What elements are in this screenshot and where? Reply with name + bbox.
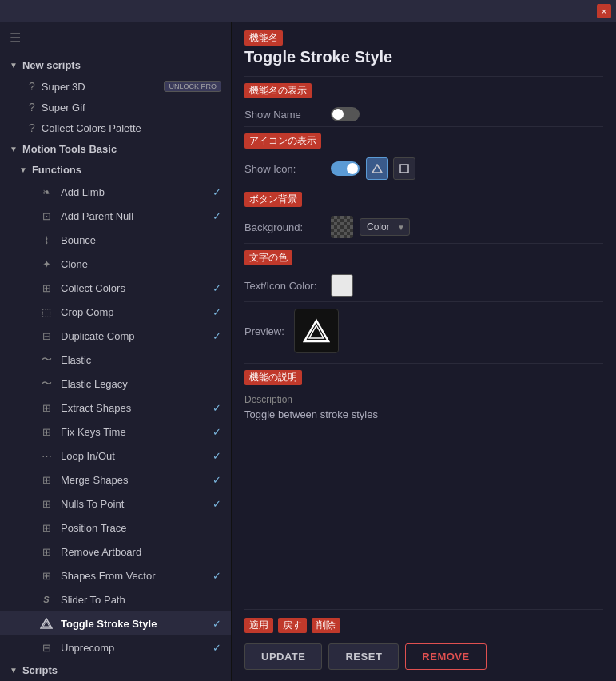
item-add-limb[interactable]: ❧ Add Limb ✓ (0, 180, 231, 204)
item-super-gif[interactable]: ? Super Gif (0, 97, 231, 117)
item-fix-keys-time[interactable]: ⊞ Fix Keys Time ✓ (0, 420, 231, 444)
item-label-shapes-from-vector: Shapes From Vector (61, 570, 209, 582)
footer-buttons: 適用 戻す 削除 UPDATE RESET REMOVE (232, 610, 616, 681)
color-dropdown-wrapper: Color ▼ (360, 218, 410, 236)
title-bar: × (0, 0, 616, 22)
item-label-elastic: Elastic (61, 354, 221, 366)
item-label-merge-shapes: Merge Shapes (61, 474, 209, 486)
item-label-super-3d: Super 3D (42, 81, 160, 93)
item-label-duplicate-comp: Duplicate Comp (61, 330, 209, 342)
description-text: Toggle between stroke styles (244, 408, 603, 420)
right-panel: 機能名 Toggle Stroke Style 機能名の表示 Show Name… (232, 22, 616, 681)
item-crop-comp[interactable]: ⬚ Crop Comp ✓ (0, 300, 231, 324)
close-button[interactable]: × (597, 4, 611, 18)
item-merge-shapes[interactable]: ⊞ Merge Shapes ✓ (0, 468, 231, 492)
icon-option-triangle[interactable] (366, 157, 388, 180)
check-collect-colors: ✓ (213, 282, 221, 294)
item-add-parent-null[interactable]: ⊡ Add Parent Null ✓ (0, 204, 231, 228)
item-label-bounce: Bounce (61, 234, 221, 246)
add-parent-null-icon: ⊡ (38, 208, 54, 224)
question-icon-super-3d: ? (29, 80, 35, 93)
question-icon-ccp1: ? (29, 121, 35, 134)
duplicate-comp-icon: ⊟ (38, 328, 54, 344)
section-new-scripts-text: New scripts (22, 59, 81, 71)
chevron-motion-tools: ▼ (10, 145, 18, 153)
item-label-unprecomp: Unprecomp (61, 642, 209, 654)
check-duplicate-comp: ✓ (213, 330, 221, 342)
show-name-label: Show Name (244, 109, 324, 121)
tag-update: 適用 (244, 618, 273, 633)
item-elastic[interactable]: 〜 Elastic (0, 348, 231, 372)
svg-marker-2 (372, 165, 382, 173)
item-loop-in-out[interactable]: ⋯ Loop In/Out ✓ (0, 444, 231, 468)
text-color-row: Text/Icon Color: (232, 269, 616, 301)
unprecomp-icon: ⊟ (38, 639, 54, 655)
nulls-to-point-icon: ⊞ (38, 496, 54, 512)
item-collect-colors[interactable]: ⊞ Collect Colors ✓ (0, 276, 231, 300)
item-shapes-from-vector[interactable]: ⊞ Shapes From Vector ✓ (0, 564, 231, 587)
loop-in-out-icon: ⋯ (38, 448, 54, 464)
merge-shapes-icon: ⊞ (38, 472, 54, 488)
icon-options-group (366, 157, 415, 180)
item-remove-artboard[interactable]: ⊞ Remove Artboard (0, 540, 231, 564)
item-slider-to-path[interactable]: S Slider To Path (0, 587, 231, 611)
feature-name-section: 機能名 Toggle Stroke Style (232, 22, 616, 76)
item-label-fix-keys-time: Fix Keys Time (61, 426, 209, 438)
slider-to-path-icon: S (38, 591, 54, 607)
section-motion-tools-label[interactable]: ▼ Motion Tools Basic (0, 138, 231, 160)
svg-marker-5 (309, 325, 324, 338)
show-name-row: Show Name (232, 102, 616, 126)
item-label-clone: Clone (61, 258, 221, 270)
item-label-super-gif: Super Gif (42, 102, 221, 114)
bg-checker-icon (331, 216, 353, 238)
reset-button[interactable]: RESET (328, 643, 399, 670)
update-button[interactable]: UPDATE (244, 643, 322, 670)
item-label-position-trace: Position Trace (61, 522, 221, 534)
tag-remove: 削除 (312, 618, 340, 633)
item-collect-colors-palette-1[interactable]: ? Collect Colors Palette (0, 117, 231, 138)
item-position-trace[interactable]: ⊞ Position Trace (0, 516, 231, 540)
item-clone[interactable]: ✦ Clone (0, 252, 231, 276)
item-extract-shapes[interactable]: ⊞ Extract Shapes ✓ (0, 396, 231, 420)
extract-shapes-icon: ⊞ (38, 400, 54, 416)
subsection-functions-label[interactable]: ▼ Functions (0, 160, 231, 180)
section-scripts-label[interactable]: ▼ Scripts (0, 659, 231, 681)
check-add-limb: ✓ (213, 186, 221, 198)
item-bounce[interactable]: ⌇ Bounce (0, 228, 231, 252)
text-icon-color-swatch[interactable] (331, 274, 353, 297)
show-icon-toggle[interactable] (331, 161, 360, 176)
item-label-toggle-stroke-style: Toggle Stroke Style (61, 618, 209, 630)
item-label-add-parent-null: Add Parent Null (61, 210, 209, 222)
item-toggle-stroke-style[interactable]: Toggle Stroke Style ✓ (0, 611, 231, 635)
remove-button[interactable]: REMOVE (405, 643, 486, 670)
footer-tags: 適用 戻す 削除 (244, 618, 603, 635)
icon-option-square[interactable] (393, 157, 415, 180)
item-label-slider-to-path: Slider To Path (61, 594, 221, 606)
tag-text-color: 文字の色 (244, 250, 292, 265)
section-new-scripts: ▼ New scripts ? Super 3D UNLOCK PRO ? Su… (0, 54, 231, 138)
item-nulls-to-point[interactable]: ⊞ Nulls To Point ✓ (0, 492, 231, 516)
show-name-toggle[interactable] (331, 107, 360, 121)
item-duplicate-comp[interactable]: ⊟ Duplicate Comp ✓ (0, 324, 231, 348)
color-dropdown[interactable]: Color (360, 218, 410, 236)
add-limb-icon: ❧ (38, 184, 54, 200)
tag-description: 機能の説明 (244, 370, 302, 385)
check-nulls-to-point: ✓ (213, 498, 221, 510)
tag-reset: 戻す (278, 618, 307, 633)
check-loop-in-out: ✓ (213, 450, 221, 462)
section-new-scripts-label[interactable]: ▼ New scripts (0, 54, 231, 76)
text-icon-color-label: Text/Icon Color: (244, 280, 324, 292)
section-motion-tools-text: Motion Tools Basic (22, 143, 117, 155)
background-row: Background: Color ▼ (232, 211, 616, 243)
item-elastic-legacy[interactable]: 〜 Elastic Legacy (0, 372, 231, 396)
item-unprecomp[interactable]: ⊟ Unprecomp ✓ (0, 635, 231, 659)
item-super-3d[interactable]: ? Super 3D UNLOCK PRO (0, 76, 231, 97)
preview-box (294, 309, 339, 353)
section-scripts-text: Scripts (22, 664, 58, 676)
hamburger-icon[interactable]: ☰ (10, 30, 21, 46)
item-label-loop-in-out: Loop In/Out (61, 450, 209, 462)
check-fix-keys-time: ✓ (213, 426, 221, 438)
crop-comp-icon: ⬚ (38, 304, 54, 320)
description-label: Description (244, 394, 603, 405)
check-toggle-stroke-style: ✓ (213, 618, 221, 630)
